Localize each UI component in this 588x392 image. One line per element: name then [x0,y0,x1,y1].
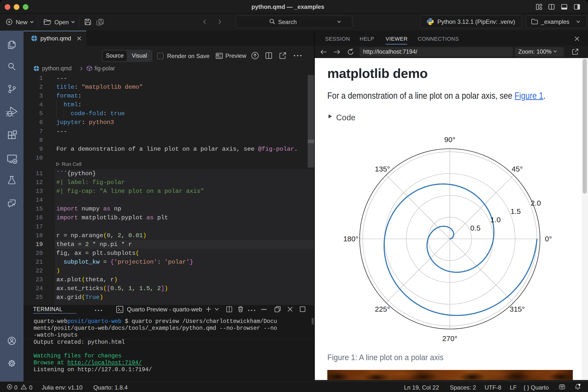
svg-text:90°: 90° [444,136,455,144]
svg-text:45°: 45° [512,165,522,173]
svg-text:315°: 315° [510,305,525,313]
svg-text:1.0: 1.0 [490,216,501,224]
svg-text:0°: 0° [545,235,552,243]
svg-text:270°: 270° [442,334,458,342]
svg-text:225°: 225° [375,305,390,313]
svg-text:180°: 180° [343,235,358,243]
svg-text:2.0: 2.0 [531,199,541,207]
svg-text:0.5: 0.5 [470,224,481,232]
svg-text:135°: 135° [375,165,390,173]
svg-text:1.5: 1.5 [510,207,521,215]
